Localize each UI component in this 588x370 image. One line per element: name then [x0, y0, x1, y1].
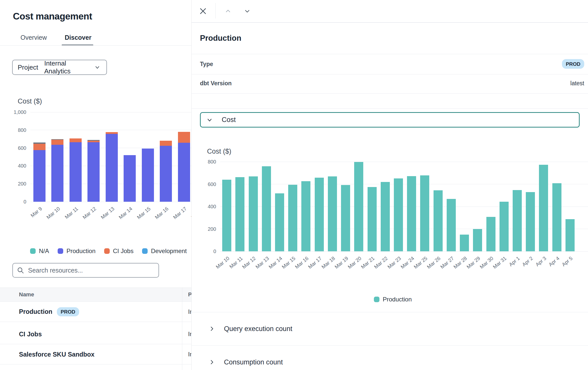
close-icon[interactable] — [197, 6, 209, 17]
legend-item[interactable]: Production — [58, 248, 96, 255]
bar[interactable] — [407, 176, 416, 251]
x-axis-tick-label: Mar 16 — [154, 206, 170, 220]
bar-segment — [222, 180, 231, 251]
bar[interactable] — [33, 142, 46, 202]
bar[interactable] — [460, 235, 469, 251]
legend-item[interactable]: Development — [142, 248, 187, 255]
chart-category-slot: Mar 17 — [313, 162, 326, 251]
x-axis-tick-label: Mar 17 — [307, 255, 323, 270]
bar-segment — [566, 219, 575, 251]
bar[interactable] — [235, 177, 244, 251]
bar[interactable] — [249, 176, 258, 251]
bar[interactable] — [381, 182, 390, 251]
bar[interactable] — [513, 190, 522, 251]
bar[interactable] — [500, 202, 509, 251]
legend-label: Development — [151, 248, 187, 255]
bar[interactable] — [301, 181, 310, 251]
bar[interactable] — [87, 140, 100, 202]
bar[interactable] — [51, 139, 63, 202]
bar[interactable] — [473, 229, 482, 252]
y-axis-tick-label: 400 — [208, 204, 216, 210]
bar-segment — [124, 155, 136, 202]
section-label: Consumption count — [224, 358, 283, 366]
prod-badge: PROD — [562, 59, 584, 69]
bar[interactable] — [106, 132, 118, 202]
bar-segment — [354, 162, 363, 251]
bar[interactable] — [70, 138, 82, 202]
legend-item[interactable]: Production — [374, 296, 412, 303]
bar[interactable] — [315, 178, 324, 251]
legend-item[interactable]: CI Jobs — [104, 248, 133, 255]
bar[interactable] — [160, 141, 172, 202]
bar[interactable] — [486, 217, 495, 251]
x-axis-tick-label: Apr 5 — [561, 255, 574, 268]
x-axis-tick-label: Mar 18 — [320, 255, 336, 270]
x-axis-tick-label: Mar 28 — [452, 255, 468, 270]
prod-badge: PROD — [57, 307, 79, 316]
cost-section-header[interactable]: Cost — [200, 112, 580, 128]
chart-category-slot: Mar 25 — [418, 162, 431, 251]
bar-segment — [447, 199, 456, 251]
bar[interactable] — [539, 165, 548, 251]
bar-segment — [341, 185, 350, 251]
x-axis-tick-label: Mar 13 — [254, 255, 270, 270]
bar-segment — [160, 146, 172, 202]
cost-by-environment-chart: 02004006008001,000Mar 9Mar 10Mar 11Mar 1… — [30, 112, 191, 202]
consumption-count-section[interactable]: Consumption count — [192, 345, 588, 370]
bar-segment — [235, 177, 244, 251]
bar[interactable] — [368, 187, 377, 251]
bar[interactable] — [275, 193, 284, 251]
bar[interactable] — [434, 190, 443, 251]
bar[interactable] — [447, 199, 456, 251]
query-execution-count-section[interactable]: Query execution count — [192, 312, 588, 345]
x-axis-tick-label: Mar 10 — [46, 206, 61, 220]
bar[interactable] — [142, 149, 154, 202]
table-header: Name Project — [0, 287, 191, 302]
project-filter-dropdown[interactable]: Project Internal Analytics — [12, 60, 107, 75]
bar-segment — [288, 185, 297, 251]
y-axis-tick-label: 1,000 — [14, 109, 26, 115]
chart-category-slot: Mar 29 — [471, 162, 484, 251]
bar-segment — [315, 178, 324, 251]
chevron-down-icon — [94, 64, 101, 70]
bar[interactable] — [552, 183, 561, 251]
chart-category-slot: Mar 14 — [273, 162, 286, 251]
chart-category-slot: Mar 13 — [103, 112, 121, 202]
chart-category-slot: Mar 24 — [405, 162, 418, 251]
bar[interactable] — [354, 162, 363, 251]
bar[interactable] — [341, 185, 350, 251]
table-row[interactable]: Salesforce SKU SandboxInternal Analytics — [0, 344, 191, 364]
x-axis-tick-label: Mar 26 — [426, 255, 442, 270]
table-row[interactable]: ProductionPRODInternal Analytics — [0, 302, 191, 322]
bar[interactable] — [262, 166, 271, 251]
chart-category-slot: Mar 30 — [484, 162, 497, 251]
bar[interactable] — [124, 155, 136, 202]
bar[interactable] — [288, 185, 297, 251]
x-axis-tick-label: Mar 31 — [492, 255, 508, 270]
chevron-down-icon[interactable] — [242, 6, 253, 17]
bar[interactable] — [526, 192, 535, 251]
divider — [192, 54, 588, 54]
table-row[interactable]: CI JobsInternal Analytics — [0, 324, 191, 344]
search-input[interactable] — [28, 267, 154, 274]
chart-category-slot: Mar 15 — [286, 162, 299, 251]
chart-category-slot: Apr 4 — [550, 162, 563, 251]
chart-category-slot: Mar 27 — [445, 162, 458, 251]
bar[interactable] — [566, 219, 575, 251]
chevron-up-icon[interactable] — [222, 6, 234, 17]
y-axis-tick-label: 200 — [18, 181, 26, 187]
field-label-dbt-version: dbt Version — [200, 80, 232, 87]
tab-overview[interactable]: Overview — [20, 34, 47, 41]
bar[interactable] — [328, 176, 337, 251]
bar[interactable] — [178, 132, 190, 202]
bar[interactable] — [394, 178, 403, 251]
legend-item[interactable]: N/A — [30, 248, 49, 255]
bar-segment — [70, 138, 82, 142]
x-axis-tick-label: Apr 1 — [508, 255, 521, 268]
bar-segment — [513, 190, 522, 251]
bar[interactable] — [420, 175, 429, 251]
tab-discover[interactable]: Discover — [65, 34, 92, 41]
chart-category-slot: Apr 1 — [511, 162, 524, 251]
table-row[interactable]: GBP Salesforce SandboxInternal Analytics — [0, 364, 191, 370]
bar[interactable] — [222, 180, 231, 251]
